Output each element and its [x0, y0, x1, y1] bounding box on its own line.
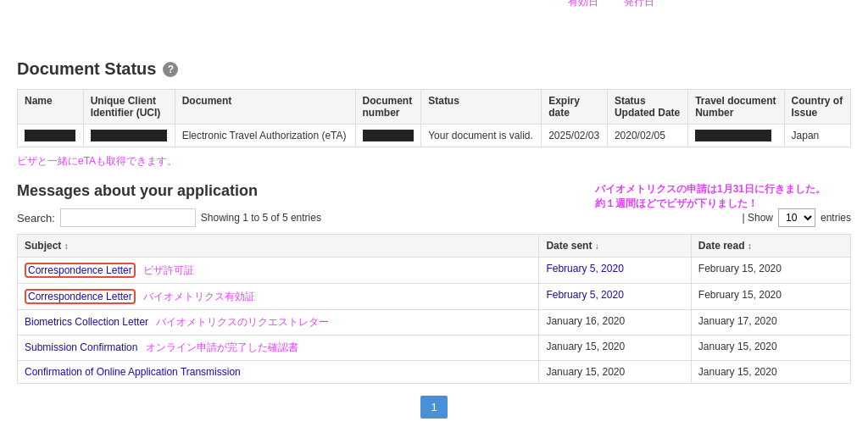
ja-note-3: バイオメトリクスのリクエストレター — [156, 316, 329, 328]
cell-date-read-5: January 15, 2020 — [691, 361, 850, 384]
cell-date-read-2: February 15, 2020 — [691, 284, 850, 310]
circled-link-2[interactable]: Correspondence Letter — [25, 289, 136, 304]
entries-label: entries — [821, 212, 851, 224]
submission-confirmation-link[interactable]: Submission Confirmation — [25, 341, 137, 353]
page-1-button[interactable]: 1 — [420, 396, 447, 419]
validity-annotation: 有効期限は5年間です。 有効日 発行日 — [557, 0, 665, 9]
redacted-uci — [91, 130, 167, 141]
col-name: Name — [18, 90, 84, 125]
cell-name — [18, 125, 84, 147]
col-country: Country ofIssue — [784, 90, 850, 125]
table-row: Correspondence Letter ビザ許可証 February 5, … — [18, 258, 851, 284]
table-row: Electronic Travel Authorization (eTA) Yo… — [18, 125, 851, 147]
col-date-sent[interactable]: Date sent ↓ — [539, 235, 691, 258]
messages-table: Subject ↕ Date sent ↓ Date read ↕ Corres… — [17, 234, 851, 384]
cell-subject-2: Correspondence Letter バイオメトリクス有効証 — [18, 284, 539, 310]
search-label: Search: — [17, 212, 55, 225]
col-travel-doc: Travel documentNumber — [688, 90, 784, 125]
col-status: Status — [421, 90, 542, 125]
redacted-doc-number — [363, 130, 414, 141]
eta-note: ビザと一緒にeTAも取得できます。 — [17, 154, 851, 169]
cell-uci — [83, 125, 175, 147]
cell-travel-doc — [688, 125, 784, 147]
table-row: Confirmation of Online Application Trans… — [18, 361, 851, 384]
col-date-read[interactable]: Date read ↕ — [691, 235, 850, 258]
table-row: Submission Confirmation オンライン申請が完了した確認書 … — [18, 335, 851, 361]
cell-date-sent-4: January 15, 2020 — [539, 335, 691, 361]
cell-status: Your document is valid. — [421, 125, 542, 147]
search-bar: Search: Showing 1 to 5 of 5 entries | Sh… — [17, 208, 851, 227]
annotation-expiry-label: 有効日 — [568, 0, 598, 9]
entries-per-page-select[interactable]: 10 25 50 — [778, 208, 815, 227]
redacted-name — [25, 130, 75, 141]
cell-expiry: 2025/02/03 — [542, 125, 608, 147]
circled-link-1[interactable]: Correspondence Letter — [25, 263, 136, 278]
show-label: | Show — [743, 212, 773, 224]
cell-date-read-3: January 17, 2020 — [691, 310, 850, 335]
redacted-travel-doc — [695, 130, 771, 141]
cell-doc-number — [355, 125, 421, 147]
help-icon[interactable]: ? — [163, 62, 178, 77]
biometrics-annotation: バイオメトリクスの申請は1月31日に行きました。約１週間ほどでビザが下りました！ — [595, 182, 826, 211]
cell-subject-4: Submission Confirmation オンライン申請が完了した確認書 — [18, 335, 539, 361]
cell-date-sent-1: February 5, 2020 — [539, 258, 691, 284]
cell-subject-3: Biometrics Collection Letter バイオメトリクスのリク… — [18, 310, 539, 335]
document-status-table: Name Unique ClientIdentifier (UCI) Docum… — [17, 89, 851, 147]
cell-date-sent-3: January 16, 2020 — [539, 310, 691, 335]
cell-date-sent-5: January 15, 2020 — [539, 361, 691, 384]
document-status-section: 有効期限は5年間です。 有効日 発行日 Document Status ? Na… — [17, 17, 851, 169]
col-subject[interactable]: Subject ↕ — [18, 235, 539, 258]
col-expiry: Expirydate — [542, 90, 608, 125]
messages-section: Messages about your application バイオメトリクス… — [17, 182, 851, 419]
cell-date-sent-2: February 5, 2020 — [539, 284, 691, 310]
cell-status-updated: 2020/02/05 — [607, 125, 687, 147]
pagination: 1 — [17, 396, 851, 419]
ja-note-4: オンライン申請が完了した確認書 — [146, 341, 298, 353]
document-status-title: Document Status ? — [17, 59, 851, 79]
confirmation-transmission-link[interactable]: Confirmation of Online Application Trans… — [25, 366, 241, 378]
col-status-updated: StatusUpdated Date — [607, 90, 687, 125]
showing-info: Showing 1 to 5 of 5 entries — [201, 212, 737, 224]
cell-date-read-1: February 15, 2020 — [691, 258, 850, 284]
table-row: Correspondence Letter バイオメトリクス有効証 Februa… — [18, 284, 851, 310]
col-document: Document — [175, 90, 355, 125]
annotation-issue-label: 発行日 — [624, 0, 654, 9]
cell-date-read-4: January 15, 2020 — [691, 335, 850, 361]
col-doc-number: Documentnumber — [355, 90, 421, 125]
cell-subject: Correspondence Letter ビザ許可証 — [18, 258, 539, 284]
cell-subject-5: Confirmation of Online Application Trans… — [18, 361, 539, 384]
ja-note-2: バイオメトリクス有効証 — [143, 291, 255, 302]
cell-country: Japan — [784, 125, 850, 147]
ja-note-1: ビザ許可証 — [143, 264, 194, 276]
table-row: Biometrics Collection Letter バイオメトリクスのリク… — [18, 310, 851, 335]
search-input[interactable] — [60, 208, 196, 227]
col-uci: Unique ClientIdentifier (UCI) — [83, 90, 175, 125]
cell-document: Electronic Travel Authorization (eTA) — [175, 125, 355, 147]
biometrics-letter-link[interactable]: Biometrics Collection Letter — [25, 316, 148, 328]
